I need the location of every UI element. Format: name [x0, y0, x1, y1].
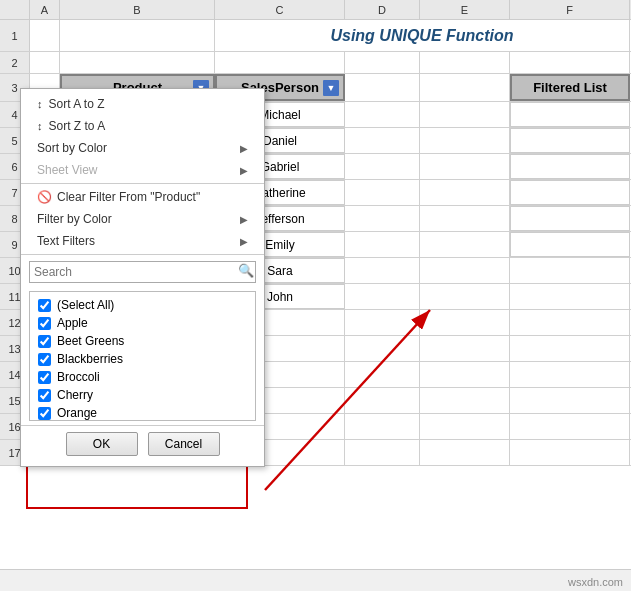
status-bar: wsxdn.com [0, 569, 631, 591]
sort-by-color-arrow: ▶ [240, 143, 248, 154]
search-icon-button[interactable]: 🔍 [238, 263, 254, 278]
ok-button[interactable]: OK [66, 432, 138, 456]
checkbox-select-all[interactable]: (Select All) [30, 296, 255, 314]
clear-filter-icon: 🚫 [37, 190, 52, 204]
checkbox-cherry[interactable]: Cherry [30, 386, 255, 404]
checkbox-beet-greens[interactable]: Beet Greens [30, 332, 255, 350]
col-header-c: C [215, 0, 345, 19]
filtered-5 [510, 128, 630, 153]
search-input[interactable] [29, 261, 256, 283]
filtered-11 [510, 284, 630, 309]
filtered-list-label: Filtered List [533, 80, 607, 95]
cell-3e [420, 74, 510, 101]
col-header-d: D [345, 0, 420, 19]
checkbox-cherry-label: Cherry [57, 388, 93, 402]
cell-2a [30, 52, 60, 73]
col-header-a: A [30, 0, 60, 19]
search-area: 🔍 [21, 254, 264, 287]
checkbox-list: (Select All) Apple Beet Greens Blackberr… [29, 291, 256, 421]
menu-sheet-view[interactable]: Sheet View ▶ [21, 159, 264, 181]
cell-3d [345, 74, 420, 101]
rownum-2: 2 [0, 52, 30, 73]
filter-dropdown-menu: ↕ Sort A to Z ↕ Sort Z to A Sort by Colo… [20, 88, 265, 467]
checkbox-broccoli-input[interactable] [38, 371, 51, 384]
menu-sort-za[interactable]: ↕ Sort Z to A [21, 115, 264, 137]
checkbox-select-all-label: (Select All) [57, 298, 114, 312]
spreadsheet-title: Using UNIQUE Function [330, 27, 513, 45]
cell-2b [60, 52, 215, 73]
cell-1b [60, 20, 215, 51]
menu-sort-az[interactable]: ↕ Sort A to Z [21, 93, 264, 115]
checkbox-beet-greens-label: Beet Greens [57, 334, 124, 348]
checkbox-select-all-input[interactable] [38, 299, 51, 312]
row-1: 1 Using UNIQUE Function [0, 20, 631, 52]
cancel-button[interactable]: Cancel [148, 432, 220, 456]
sort-az-icon: ↕ [37, 98, 43, 110]
cell-1a [30, 20, 60, 51]
col-header-b: B [60, 0, 215, 19]
menu-clear-filter[interactable]: 🚫 Clear Filter From "Product" [21, 186, 264, 208]
watermark: wsxdn.com [568, 576, 623, 588]
checkbox-apple-input[interactable] [38, 317, 51, 330]
checkbox-apple[interactable]: Apple [30, 314, 255, 332]
cell-2e [420, 52, 510, 73]
col-header-f: F [510, 0, 630, 19]
sheet-view-arrow: ▶ [240, 165, 248, 176]
dialog-buttons: OK Cancel [21, 425, 264, 462]
checkbox-orange-input[interactable] [38, 407, 51, 420]
filtered-9 [510, 232, 630, 257]
filtered-8 [510, 206, 630, 231]
checkbox-beet-greens-input[interactable] [38, 335, 51, 348]
filtered-10 [510, 258, 630, 283]
salesperson-dropdown-arrow[interactable]: ▼ [323, 80, 339, 96]
checkbox-broccoli-label: Broccoli [57, 370, 100, 384]
checkbox-broccoli[interactable]: Broccoli [30, 368, 255, 386]
filtered-6 [510, 154, 630, 179]
col-header-e: E [420, 0, 510, 19]
checkbox-blackberries-input[interactable] [38, 353, 51, 366]
checkbox-orange-label: Orange [57, 406, 97, 420]
cell-2f [510, 52, 630, 73]
menu-filter-by-color[interactable]: Filter by Color ▶ [21, 208, 264, 230]
row-2: 2 [0, 52, 631, 74]
checkbox-blackberries[interactable]: Blackberries [30, 350, 255, 368]
filtered-list-header: Filtered List [510, 74, 630, 101]
sort-za-icon: ↕ [37, 120, 43, 132]
menu-sort-by-color[interactable]: Sort by Color ▶ [21, 137, 264, 159]
menu-text-filters[interactable]: Text Filters ▶ [21, 230, 264, 252]
filtered-4 [510, 102, 630, 127]
filtered-7 [510, 180, 630, 205]
checkbox-cherry-input[interactable] [38, 389, 51, 402]
cell-2c [215, 52, 345, 73]
search-wrapper: 🔍 [29, 261, 256, 283]
rownum-1: 1 [0, 20, 30, 51]
col-header-rownum [0, 0, 30, 19]
cell-1c: Using UNIQUE Function [215, 20, 630, 51]
checkbox-blackberries-label: Blackberries [57, 352, 123, 366]
menu-separator-1 [21, 183, 264, 184]
text-filters-arrow: ▶ [240, 236, 248, 247]
spreadsheet: A B C D E F 1 Using UNIQUE Function 2 3 … [0, 0, 631, 591]
checkbox-orange[interactable]: Orange [30, 404, 255, 421]
cell-2d [345, 52, 420, 73]
filter-by-color-arrow: ▶ [240, 214, 248, 225]
checkbox-apple-label: Apple [57, 316, 88, 330]
